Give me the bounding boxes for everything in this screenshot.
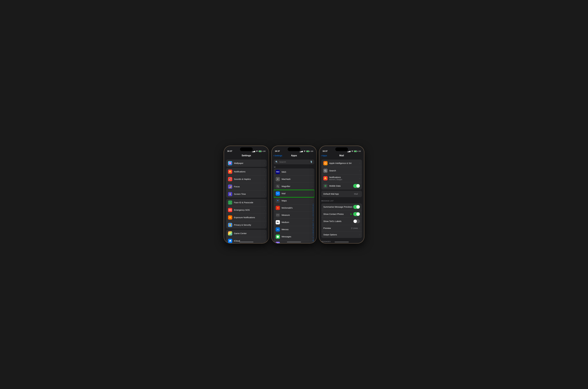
machash-icon: # [276, 177, 280, 181]
messenger-name: Messenger [282, 243, 312, 243]
row-privacy[interactable]: 🤚 Privacy & Security › [226, 221, 267, 228]
measure-name: Measure [282, 214, 312, 216]
emergency-icon: SOS [228, 208, 232, 212]
search-row-icon [323, 168, 328, 173]
app-row-machash[interactable]: # MacHash › [274, 176, 314, 183]
default-mail-label: Default Mail App [323, 193, 354, 195]
apple-intelligence-label: Apple Intelligence & Siri [329, 162, 358, 164]
wifi-icon-2 [304, 150, 306, 152]
row-contact-photos[interactable]: Show Contact Photos ➤ [321, 211, 362, 218]
search-input[interactable] [279, 161, 309, 163]
status-icons-3: ▂▄▆ 100 [347, 150, 361, 152]
row-notifications[interactable]: 🔔 Notifications › [226, 168, 267, 175]
screen-content-apps[interactable]: ‹ Settings Apps 🔍 🎙️ M M&S M&S [272, 153, 316, 243]
row-sounds[interactable]: 🔊 Sounds & Haptics › [226, 175, 267, 183]
svg-rect-0 [229, 201, 230, 202]
mobile-data-toggle[interactable] [353, 184, 360, 188]
app-row-medium[interactable]: Mc Medium › [274, 219, 314, 226]
svg-point-29 [325, 186, 326, 186]
machash-chevron: › [312, 178, 312, 180]
section-services: Game Center › ☁️ iCloud › 💳 Wallet & App… [226, 230, 267, 243]
alpha-h: H [312, 215, 314, 217]
mcdonalds-name: McDonald's [282, 207, 312, 209]
row-mobile-data[interactable]: Mobile Data [321, 182, 362, 190]
row-exposure[interactable]: ☀️ Exposure Notifications › [226, 214, 267, 221]
messages-icon [276, 234, 280, 239]
row-search[interactable]: Search › [321, 167, 362, 174]
contact-photos-toggle[interactable] [353, 212, 360, 216]
home-indicator-2 [287, 242, 301, 242]
summarise-label: Summarise Message Previews [323, 206, 353, 208]
row-tocc[interactable]: Show To/Cc Labels [321, 218, 362, 225]
row-screentime[interactable]: ⏳ Screen Time › [226, 191, 267, 198]
row-default-mail[interactable]: Default Mail App Mail › [321, 191, 362, 197]
row-faceid[interactable]: Face ID & Passcode › [226, 199, 267, 206]
search-bar[interactable]: 🔍 🎙️ [274, 160, 314, 164]
app-row-ms[interactable]: M&S M&S › [274, 168, 314, 176]
nav-bar-settings: Settings [224, 153, 269, 159]
row-emergency[interactable]: SOS Emergency SOS › [226, 206, 267, 214]
back-apps[interactable]: ‹ Apps [321, 154, 327, 157]
alpha-r: R [312, 232, 314, 233]
gamecenter-chevron: › [264, 232, 265, 234]
back-label-2: Apps [322, 154, 327, 157]
app-row-magnifier[interactable]: Magnifier › [274, 183, 314, 190]
mail-notifications-label: Notifications [329, 176, 358, 178]
messages-header: MESSAGES [319, 239, 364, 243]
emergency-chevron: › [264, 209, 265, 211]
swipe-chevron: › [359, 233, 360, 236]
battery-pct-2: 100 [311, 150, 313, 152]
app-row-meross[interactable]: m Meross › [274, 226, 314, 233]
status-icons-1: ▂▄▆ 100 [252, 150, 266, 152]
alpha-x: X [312, 242, 314, 243]
section-letter-m: M [272, 165, 316, 168]
alpha-d: D [312, 208, 314, 210]
row-preview[interactable]: Preview 2 Lines › [321, 225, 362, 231]
app-row-mcdonalds[interactable]: M McDonald's › [274, 204, 314, 212]
back-settings[interactable]: ‹ Settings [274, 154, 282, 157]
row-gamecenter[interactable]: Game Center › [226, 230, 267, 237]
screen-content-mail[interactable]: ‹ Apps Mail Apple Intelligence & Siri › [319, 153, 364, 243]
screen-content-settings[interactable]: Settings ⚛️ Wallpaper › 🔔 Notifications … [224, 153, 269, 243]
alpha-e: E [312, 210, 314, 212]
signal-icon-2: ▂▄▆ [300, 151, 303, 152]
alpha-n: N [312, 225, 314, 227]
dynamic-island-3 [335, 147, 348, 151]
svg-rect-19 [277, 214, 279, 216]
gamecenter-label: Game Center [234, 232, 263, 234]
svg-rect-3 [231, 203, 231, 204]
faceid-chevron: › [264, 201, 265, 204]
row-apple-intelligence[interactable]: Apple Intelligence & Siri › [321, 160, 362, 167]
alpha-l: L [312, 222, 314, 223]
row-mail-notifications[interactable]: 🔔 Notifications Banners, Badges › [321, 174, 362, 182]
magnifier-name: Magnifier [282, 185, 312, 188]
wallpaper-label: Wallpaper [234, 162, 263, 164]
alpha-i: I [312, 217, 314, 218]
row-swipe-options[interactable]: Swipe Options › [321, 231, 362, 238]
notifications-chevron: › [264, 170, 265, 173]
wallpaper-icon: ⚛️ [228, 161, 232, 165]
alpha-u: U [312, 237, 314, 238]
page-title-apps: Apps [291, 154, 297, 157]
meross-icon: m [276, 227, 280, 231]
app-row-messages[interactable]: Messages › [274, 233, 314, 240]
magnifier-chevron: › [312, 185, 312, 187]
mobile-data-icon [323, 184, 328, 188]
row-wallpaper[interactable]: ⚛️ Wallpaper › [226, 160, 267, 167]
app-row-maps[interactable]: Maps › [274, 197, 314, 204]
app-row-mail[interactable]: Mail › [274, 190, 314, 197]
section-message-list: Summarise Message Previews Show Contact … [321, 203, 362, 238]
nav-bar-apps: ‹ Settings Apps [272, 153, 316, 159]
screentime-label: Screen Time [234, 193, 263, 195]
app-row-measure[interactable]: Measure › [274, 212, 314, 219]
tocc-toggle[interactable] [353, 219, 360, 223]
notifications-label: Notifications [234, 170, 263, 173]
messages-name: Messages [282, 235, 312, 238]
status-icons-2: ▂▄▆ 100 [300, 150, 313, 152]
green-arrow-icon: ➤ [350, 213, 352, 216]
section-notifications: 🔔 Notifications › 🔊 Sounds & Haptics › 🌙… [226, 168, 267, 198]
mail-chevron: › [312, 192, 312, 194]
row-focus[interactable]: 🌙 Focus › [226, 183, 267, 191]
row-summarise[interactable]: Summarise Message Previews [321, 203, 362, 211]
summarise-toggle[interactable] [353, 205, 360, 209]
